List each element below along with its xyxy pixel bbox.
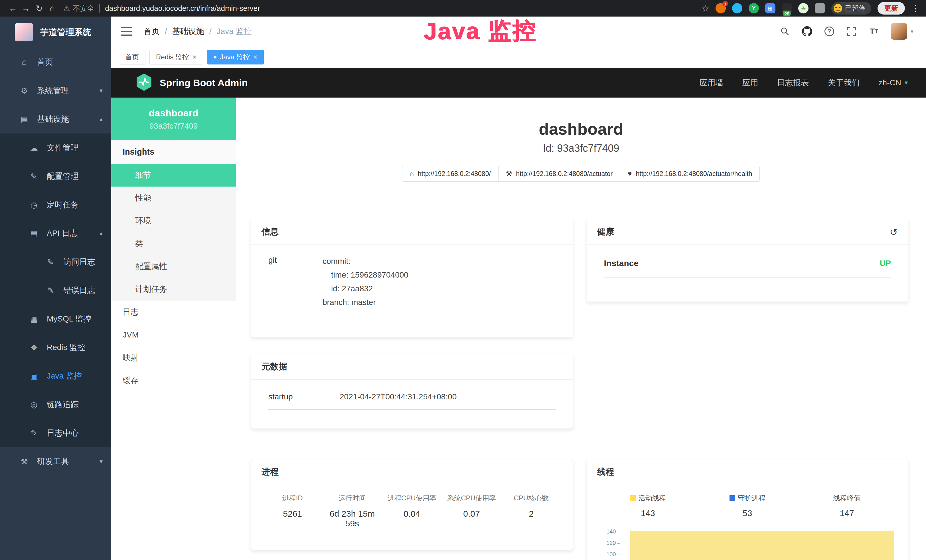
extension-icon-grid[interactable]: ⊞ bbox=[765, 3, 775, 14]
breadcrumb-infrastructure[interactable]: 基础设施 bbox=[172, 26, 204, 37]
locale-selector[interactable]: zh-CN ▾ bbox=[879, 78, 908, 87]
font-size-icon[interactable]: TT bbox=[869, 26, 879, 37]
sba-navbar: Spring Boot Admin 应用墙 应用 日志报表 关于我们 zh-CN… bbox=[111, 68, 926, 98]
breadcrumb-home[interactable]: 首页 bbox=[144, 26, 160, 37]
chart-y-axis: 140 120 100 bbox=[598, 528, 620, 560]
security-warning-label[interactable]: 不安全 bbox=[73, 4, 94, 13]
chevron-down-icon: ▾ bbox=[100, 458, 103, 465]
browser-menu-icon[interactable]: ⋮ bbox=[911, 3, 920, 14]
help-icon[interactable]: ? bbox=[824, 26, 835, 37]
search-icon[interactable] bbox=[779, 26, 790, 37]
extension-icon-orange[interactable]: 1 bbox=[716, 3, 726, 14]
sba-item-performance[interactable]: 性能 bbox=[111, 186, 236, 209]
sba-item-classes[interactable]: 类 bbox=[111, 232, 236, 255]
instance-header[interactable]: dashboard 93a3fc7f7409 bbox=[111, 98, 236, 140]
history-icon[interactable]: ↺ bbox=[890, 226, 898, 238]
extension-icon-droplet[interactable] bbox=[732, 3, 742, 14]
bookmark-star-icon[interactable]: ☆ bbox=[702, 3, 709, 14]
sidebar-item-label: 研发工具 bbox=[37, 456, 69, 467]
legend-daemon-threads: 守护进程 bbox=[729, 493, 766, 502]
sidebar-item-file-management[interactable]: ☁ 文件管理 bbox=[0, 133, 111, 162]
legend-swatch-blue bbox=[729, 495, 735, 501]
sba-nav-about[interactable]: 关于我们 bbox=[828, 77, 860, 88]
breadcrumb-separator: / bbox=[165, 27, 167, 36]
home-icon[interactable]: ⌂ bbox=[45, 3, 59, 13]
url-text[interactable]: dashboard.yudao.iocoder.cn/infra/admin-s… bbox=[105, 4, 260, 13]
chrome-update-button[interactable]: 更新 bbox=[878, 2, 905, 15]
github-icon[interactable] bbox=[802, 26, 813, 37]
y-tick: 100 bbox=[606, 551, 616, 558]
sidebar-item-label: 链路追踪 bbox=[47, 399, 79, 410]
sba-nav-journal[interactable]: 日志报表 bbox=[777, 77, 809, 88]
cpu-cores-value: 2 bbox=[501, 509, 561, 528]
sidebar-item-error-logs[interactable]: ✎ 错误日志 bbox=[0, 276, 111, 305]
health-url-button[interactable]: ♥ http://192.168.0.2:48080/actuator/heal… bbox=[620, 166, 760, 182]
sidebar-item-config-management[interactable]: ✎ 配置管理 bbox=[0, 162, 111, 191]
sidebar-item-redis-monitor[interactable]: ❖ Redis 监控 bbox=[0, 333, 111, 362]
sba-item-environment[interactable]: 环境 bbox=[111, 209, 236, 232]
sidebar-toggle-icon[interactable] bbox=[121, 27, 132, 36]
sidebar-item-access-logs[interactable]: ✎ 访问日志 bbox=[0, 248, 111, 276]
sba-nav-applications[interactable]: 应用 bbox=[742, 77, 758, 88]
sidebar-item-api-logs[interactable]: ▤ API 日志 ▴ bbox=[0, 219, 111, 248]
user-menu[interactable]: ▾ bbox=[891, 23, 914, 40]
actuator-url-button[interactable]: ⚒ http://192.168.0.2:48080/actuator bbox=[498, 166, 620, 182]
sba-item-config-props[interactable]: 配置属性 bbox=[111, 255, 236, 278]
heart-icon: ♥ bbox=[628, 170, 632, 178]
sba-item-logs[interactable]: 日志 bbox=[111, 301, 236, 324]
sidebar-item-label: 文件管理 bbox=[47, 142, 79, 153]
infrastructure-submenu: ☁ 文件管理 ✎ 配置管理 ◷ 定时任务 ▤ API 日志 ▴ ✎ 访问日志 ✎ bbox=[0, 133, 111, 447]
tab-java-monitor[interactable]: Java 监控 × bbox=[207, 50, 264, 65]
extension-icon-switch[interactable]: on bbox=[782, 3, 792, 14]
forward-icon[interactable]: → bbox=[20, 3, 33, 13]
profile-paused-chip[interactable]: 已暂停 bbox=[831, 2, 871, 15]
sidebar-item-system-management[interactable]: ⚙ 系统管理 ▾ bbox=[0, 76, 111, 105]
sba-brand-title[interactable]: Spring Boot Admin bbox=[160, 77, 248, 88]
extension-icon-green[interactable]: Y bbox=[749, 3, 759, 14]
home-icon: ⌂ bbox=[19, 58, 30, 67]
sidebar-item-log-center[interactable]: ✎ 日志中心 bbox=[0, 419, 111, 447]
fullscreen-icon[interactable] bbox=[846, 26, 857, 37]
sba-item-details[interactable]: 细节 bbox=[111, 164, 236, 186]
sba-nav-wallboard[interactable]: 应用墙 bbox=[699, 77, 723, 88]
cloud-icon: ☁ bbox=[29, 143, 39, 153]
sba-item-jvm[interactable]: JVM bbox=[111, 324, 236, 346]
close-icon[interactable]: × bbox=[192, 54, 197, 61]
back-icon[interactable]: ← bbox=[6, 3, 20, 13]
sba-item-caches[interactable]: 缓存 bbox=[111, 369, 236, 392]
extension-icon-leaf[interactable]: ☘ bbox=[798, 3, 808, 14]
chevron-down-icon: ▾ bbox=[911, 28, 914, 35]
gear-icon: ⚙ bbox=[19, 86, 30, 95]
service-url-button[interactable]: ⌂ http://192.168.0.2:48080/ bbox=[402, 166, 498, 182]
reload-icon[interactable]: ↻ bbox=[33, 3, 45, 14]
address-bar[interactable]: ⚠ 不安全 dashboard.yudao.iocoder.cn/infra/a… bbox=[63, 4, 702, 13]
sidebar-item-label: API 日志 bbox=[47, 228, 78, 239]
close-icon[interactable]: × bbox=[253, 54, 257, 61]
process-column-label: 进程CPU使用率 bbox=[382, 493, 442, 502]
live-threads-area bbox=[630, 531, 895, 560]
health-row[interactable]: Instance UP bbox=[604, 259, 891, 278]
clock-icon: ◷ bbox=[29, 200, 39, 210]
sidebar-item-scheduled-tasks[interactable]: ◷ 定时任务 bbox=[0, 191, 111, 219]
sidebar-item-mysql-monitor[interactable]: ▦ MySQL 监控 bbox=[0, 305, 111, 333]
sidebar-item-dev-tools[interactable]: ⚒ 研发工具 ▾ bbox=[0, 447, 111, 476]
info-card-title: 信息 bbox=[262, 226, 278, 238]
extensions-puzzle-icon[interactable] bbox=[815, 3, 825, 14]
sba-logo-icon[interactable] bbox=[136, 73, 152, 92]
tab-redis-monitor[interactable]: Redis 监控 × bbox=[150, 50, 203, 65]
app-logo[interactable]: 芋道管理系统 bbox=[0, 17, 111, 48]
threads-card: 线程 活动线程 143 bbox=[587, 459, 909, 560]
sba-section-insights: Insights bbox=[111, 140, 236, 164]
info-card: 信息 git commit: time: 1596289704000 id: 2… bbox=[251, 219, 573, 337]
sidebar-item-home[interactable]: ⌂ 首页 bbox=[0, 48, 111, 76]
system-cpu-value: 0.07 bbox=[442, 509, 501, 528]
sidebar-item-infrastructure[interactable]: ▤ 基础设施 ▴ bbox=[0, 105, 111, 133]
tab-home[interactable]: 首页 bbox=[119, 50, 145, 65]
info-value: commit: time: 1596289704000 id: 27aa832 … bbox=[322, 254, 555, 317]
sidebar-item-trace[interactable]: ◎ 链路追踪 bbox=[0, 390, 111, 419]
sba-item-mappings[interactable]: 映射 bbox=[111, 346, 236, 369]
sidebar-item-java-monitor[interactable]: ▣ Java 监控 bbox=[0, 362, 111, 390]
profile-face-icon bbox=[834, 4, 842, 12]
eye-icon: ◎ bbox=[29, 400, 39, 409]
sba-item-scheduled[interactable]: 计划任务 bbox=[111, 278, 236, 301]
